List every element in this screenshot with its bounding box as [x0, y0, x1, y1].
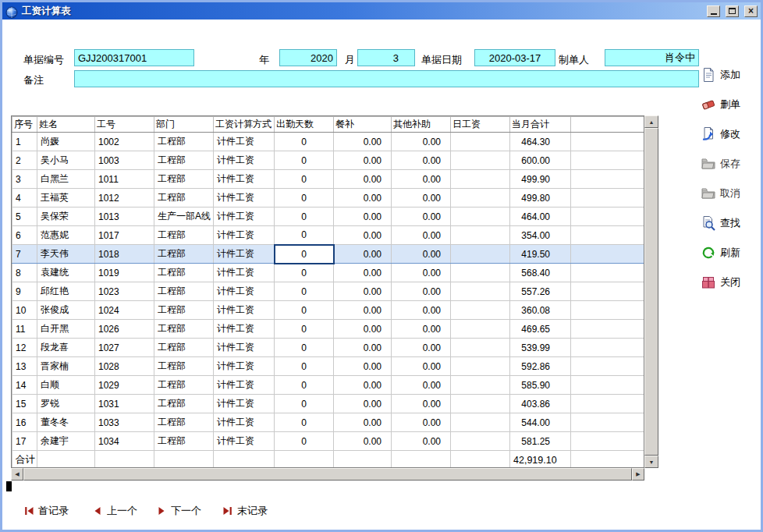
add-button[interactable]: 添加: [701, 66, 761, 84]
doc-no-label: 单据编号: [23, 53, 64, 67]
delete-button-label: 删单: [720, 98, 740, 112]
next-record-icon: [156, 505, 167, 516]
doc-date-input[interactable]: [474, 49, 555, 66]
col-header-pay-method: 工资计算方式: [214, 117, 275, 133]
vertical-scroll-thumb[interactable]: [644, 128, 658, 456]
delete-button[interactable]: 删单: [701, 95, 761, 114]
month-label: 月: [345, 53, 355, 67]
total-label-cell: 合计: [12, 451, 37, 469]
minimize-icon: [711, 13, 717, 15]
prev-record-label: 上一个: [107, 504, 137, 518]
refresh-icon: [701, 245, 716, 261]
col-header-dept: 部门: [154, 117, 214, 133]
table-header-row: 序号 姓名 工号 部门 工资计算方式 出勤天数 餐补 其他补助 日工资 当月合计: [12, 117, 645, 133]
scroll-right-button[interactable]: ▶: [632, 468, 644, 481]
scroll-down-button[interactable]: ▼: [644, 456, 658, 468]
table-row[interactable]: 11 白开黑 1026 工程部 计件工资 0 0.00 0.00 469.65: [12, 320, 645, 339]
last-record-button[interactable]: 末记录: [222, 504, 268, 518]
modify-button[interactable]: 修改: [701, 125, 761, 144]
table-row[interactable]: 3 白黑兰 1011 工程部 计件工资 0 0.00 0.00 499.90: [12, 170, 645, 189]
next-record-label: 下一个: [171, 504, 201, 518]
table-row[interactable]: 17 余建宇 1034 工程部 计件工资 0 0.00 0.00 581.25: [12, 432, 645, 451]
find-button-label: 查找: [720, 216, 740, 230]
col-header-emp-id: 工号: [95, 117, 154, 133]
col-header-name: 姓名: [37, 117, 95, 133]
table-row[interactable]: 1 尚媛 1002 工程部 计件工资 0 0.00 0.00 464.30: [12, 133, 645, 151]
remark-input[interactable]: [74, 70, 699, 87]
col-header-meal: 餐补: [334, 117, 392, 133]
creator-input[interactable]: [605, 49, 699, 66]
table-row[interactable]: 5 吴保荣 1013 生产一部A线 计件工资 0 0.00 0.00 464.0…: [12, 207, 645, 226]
year-input[interactable]: [279, 49, 337, 66]
cancel-folder-icon: [701, 186, 716, 201]
find-icon: [701, 215, 716, 231]
table-row[interactable]: 8 袁建统 1019 工程部 计件工资 0 0.00 0.00 568.40: [12, 264, 645, 282]
total-value-cell: 42,919.10: [510, 451, 571, 469]
minimize-button[interactable]: [707, 5, 720, 17]
vertical-scrollbar[interactable]: ▲ ▼: [644, 115, 658, 468]
prev-record-button[interactable]: 上一个: [92, 504, 137, 518]
col-header-month-total: 当月合计: [510, 117, 571, 133]
maximize-icon: [729, 8, 736, 14]
table-row[interactable]: 14 白顺 1029 工程部 计件工资 0 0.00 0.00 585.90: [12, 376, 645, 395]
window-title: 工资计算表: [22, 5, 701, 18]
record-indicator: [6, 481, 12, 491]
save-button-label: 保存: [720, 157, 740, 171]
cancel-button[interactable]: 取消: [701, 184, 761, 203]
col-header-attendance: 出勤天数: [275, 117, 334, 133]
cancel-button-label: 取消: [720, 186, 740, 200]
table-row[interactable]: 2 吴小马 1003 工程部 计件工资 0 0.00 0.00 600.00: [12, 151, 645, 170]
titlebar[interactable]: 工资计算表 ×: [2, 2, 761, 20]
refresh-button-label: 刷新: [720, 246, 740, 260]
data-grid: 序号 姓名 工号 部门 工资计算方式 出勤天数 餐补 其他补助 日工资 当月合计: [11, 115, 658, 481]
app-window: 工资计算表 × 单据编号 年 月 单据日期 制单人 备注 添加 删单: [0, 0, 763, 532]
close-icon: ×: [748, 6, 754, 16]
col-header-blank: [571, 117, 645, 133]
delete-icon: [701, 97, 716, 112]
col-header-daily-wage: 日工资: [451, 117, 510, 133]
horizontal-scroll-thumb[interactable]: [23, 468, 632, 481]
modify-button-label: 修改: [720, 127, 740, 141]
creator-label: 制单人: [559, 53, 589, 67]
table-row[interactable]: 12 段龙喜 1027 工程部 计件工资 0 0.00 0.00 539.99: [12, 339, 645, 357]
refresh-button[interactable]: 刷新: [701, 243, 761, 262]
maximize-button[interactable]: [726, 5, 739, 17]
table-row[interactable]: 16 董冬冬 1033 工程部 计件工资 0 0.00 0.00 544.00: [12, 413, 645, 432]
scroll-up-button[interactable]: ▲: [644, 115, 658, 128]
find-button[interactable]: 查找: [701, 214, 761, 232]
last-record-icon: [222, 505, 233, 516]
year-label: 年: [259, 53, 269, 67]
scroll-left-button[interactable]: ◀: [11, 468, 23, 481]
modify-icon: [701, 126, 716, 142]
close-form-button[interactable]: 关闭: [701, 273, 761, 292]
total-row: 合计 42,919.10: [12, 451, 645, 469]
table-body: 1 尚媛 1002 工程部 计件工资 0 0.00 0.00 464.30 2 …: [12, 133, 645, 469]
table-row[interactable]: 7 李天伟 1018 工程部 计件工资 0 0.00 0.00 419.50: [12, 245, 645, 264]
save-button[interactable]: 保存: [701, 154, 761, 173]
table-row[interactable]: 6 范惠妮 1017 工程部 计件工资 0 0.00 0.00 354.00: [12, 226, 645, 245]
table-wrap: 序号 姓名 工号 部门 工资计算方式 出勤天数 餐补 其他补助 日工资 当月合计: [11, 115, 644, 468]
first-record-button[interactable]: 首记录: [23, 504, 69, 518]
table-row[interactable]: 9 邱红艳 1023 工程部 计件工资 0 0.00 0.00 557.26: [12, 282, 645, 301]
prev-record-icon: [92, 505, 103, 516]
col-header-seq: 序号: [12, 117, 37, 133]
col-header-other: 其他补助: [392, 117, 451, 133]
remark-label: 备注: [23, 73, 44, 87]
table-row[interactable]: 13 晋家楠 1028 工程部 计件工资 0 0.00 0.00 592.86: [12, 357, 645, 376]
doc-no-input[interactable]: [74, 49, 194, 66]
next-record-button[interactable]: 下一个: [156, 504, 201, 518]
last-record-label: 末记录: [237, 504, 268, 518]
table-row[interactable]: 10 张俊成 1024 工程部 计件工资 0 0.00 0.00 360.08: [12, 301, 645, 320]
close-button[interactable]: ×: [744, 5, 758, 17]
horizontal-scrollbar[interactable]: ◀ ▶: [11, 468, 644, 481]
app-icon: [5, 5, 18, 17]
add-button-label: 添加: [720, 68, 740, 82]
table-row[interactable]: 4 王福英 1012 工程部 计件工资 0 0.00 0.00 499.80: [12, 189, 645, 207]
first-record-label: 首记录: [38, 504, 69, 518]
salary-table: 序号 姓名 工号 部门 工资计算方式 出勤天数 餐补 其他补助 日工资 当月合计: [12, 116, 644, 468]
save-folder-icon: [701, 156, 716, 172]
close-app-icon: [701, 275, 716, 290]
table-row[interactable]: 15 罗锐 1031 工程部 计件工资 0 0.00 0.00 403.86: [12, 395, 645, 413]
add-document-icon: [701, 67, 716, 83]
month-input[interactable]: [357, 49, 415, 66]
